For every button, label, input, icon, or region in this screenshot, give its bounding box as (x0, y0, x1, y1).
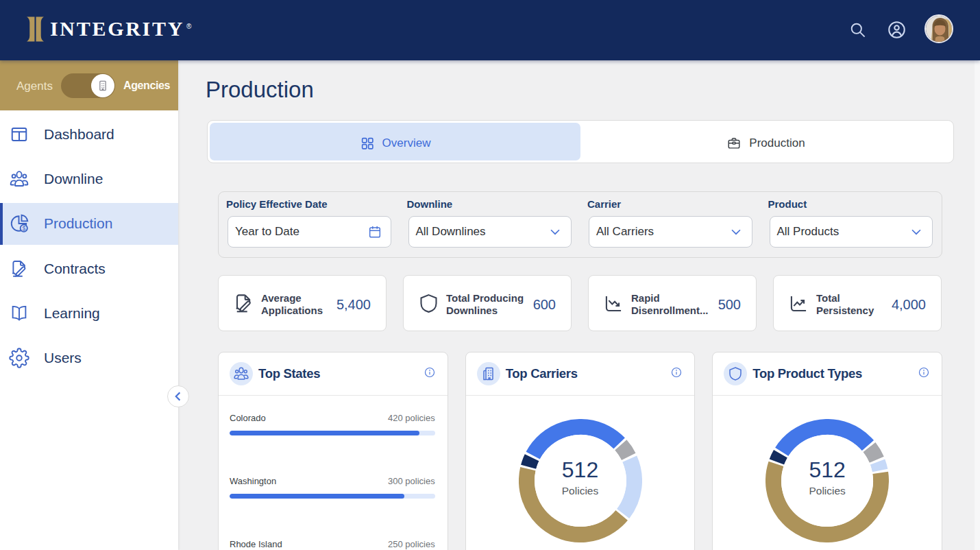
svg-text:$: $ (22, 225, 25, 232)
